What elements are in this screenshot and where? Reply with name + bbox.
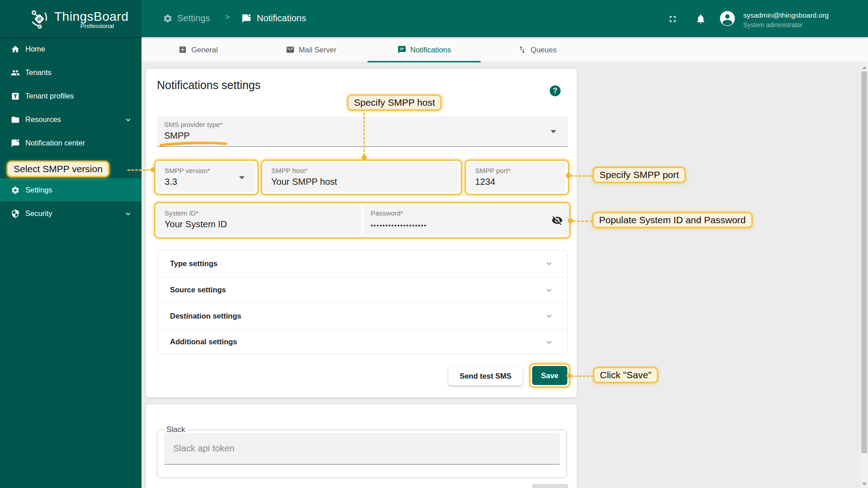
accordion-type-settings[interactable]: Type settings (157, 251, 567, 277)
connector-credentials (573, 221, 592, 222)
slack-api-token-input[interactable] (164, 433, 560, 465)
chevron-down-icon (125, 211, 132, 217)
save-button-disabled (532, 484, 568, 488)
callout-click-save: Click "Save" (593, 367, 658, 383)
chevron-down-icon (545, 312, 553, 320)
brand-subtitle: Professional (0, 23, 114, 29)
password-field[interactable]: Password* ••••••••••••••••••• (363, 205, 569, 235)
connector-dot (566, 373, 571, 378)
smpp-host-highlight: SMPP host* Your SMPP host (261, 160, 462, 195)
connector-dot (568, 218, 573, 223)
callout-specify-smpp-port: Specify SMPP port (593, 167, 686, 183)
settings-tabs: General Mail Server Notifications Queues (142, 37, 868, 62)
callout-select-smpp-version: Select SMPP version (7, 161, 109, 177)
smpp-port-highlight: SMPP port* 1234 (465, 160, 569, 195)
credentials-highlight: System ID* Your System ID Password* ••••… (154, 202, 571, 239)
mail-icon (286, 45, 295, 54)
breadcrumb-settings-icon (163, 14, 173, 23)
sidebar: Home Tenants Tenant profiles Resources N… (0, 37, 142, 488)
sidebar-item-tenant-profiles[interactable]: Tenant profiles (0, 84, 142, 108)
sidebar-item-resources[interactable]: Resources (0, 108, 142, 131)
sidebar-item-home[interactable]: Home (0, 37, 142, 61)
save-button[interactable]: Save (532, 366, 567, 385)
accordion-additional-settings[interactable]: Additional settings (157, 329, 567, 355)
brand-title: ThingsBoard (54, 9, 128, 24)
user-email: sysadmin@thingsboard.org (743, 11, 829, 19)
breadcrumb-settings[interactable]: Settings (177, 13, 210, 23)
smpp-version-field[interactable]: SMPP version* 3.3 (157, 163, 255, 192)
callout-populate-credentials: Populate System ID and Password (592, 212, 753, 228)
chevron-down-icon (545, 260, 553, 267)
page-title: Notifications settings (157, 79, 260, 92)
sidebar-item-security[interactable]: Security (0, 202, 142, 225)
notification-center-icon (11, 139, 20, 148)
chevron-down-icon (545, 286, 553, 294)
scrollbar-thumb[interactable] (861, 71, 867, 453)
connector-host (363, 113, 365, 156)
home-icon (11, 45, 20, 54)
tenants-icon (11, 68, 20, 77)
bell-icon[interactable] (695, 14, 706, 24)
dropdown-caret-icon (239, 176, 245, 179)
annotation-underline-swoosh (159, 141, 229, 148)
settings-icon (11, 186, 20, 195)
chevron-down-icon (545, 338, 553, 346)
smpp-host-field[interactable]: SMPP host* Your SMPP host (264, 163, 459, 192)
tab-general[interactable]: General (142, 37, 255, 62)
connector-port (571, 175, 593, 177)
help-icon[interactable]: ? (550, 85, 561, 96)
accordion-destination-settings[interactable]: Destination settings (157, 303, 567, 329)
top-app-bar: ThingsBoard Professional Settings > Noti… (0, 0, 868, 37)
dropdown-caret-icon (551, 130, 556, 133)
notifications-tab-icon (397, 45, 406, 54)
send-test-sms-button[interactable]: Send test SMS (448, 366, 523, 385)
logo-area: ThingsBoard Professional (0, 0, 142, 37)
smpp-version-highlight: SMPP version* 3.3 (154, 160, 259, 195)
general-tab-icon (178, 45, 187, 54)
breadcrumb-current: Notifications (257, 13, 306, 23)
scrollbar-down-arrow[interactable] (862, 483, 867, 486)
breadcrumb-notifications-icon (241, 14, 251, 23)
connector-save (571, 375, 593, 377)
connector-dot (362, 155, 367, 160)
fullscreen-icon[interactable] (668, 14, 678, 24)
callout-specify-smpp-host: Specify SMPP host (347, 94, 442, 111)
tab-queues[interactable]: Queues (481, 37, 594, 62)
folder-icon (11, 115, 20, 124)
queues-tab-icon (518, 45, 527, 54)
breadcrumb-separator: > (225, 13, 230, 22)
security-shield-icon (11, 209, 20, 218)
smpp-port-field[interactable]: SMPP port* 1234 (468, 163, 566, 192)
scrollbar-up-arrow[interactable] (862, 66, 867, 69)
sidebar-item-notification-center[interactable]: Notification center (0, 131, 142, 155)
accordion-source-settings[interactable]: Source settings (157, 277, 567, 303)
connector-dot (151, 167, 156, 172)
sidebar-item-settings[interactable]: Settings (0, 178, 142, 202)
connector-version (127, 169, 153, 171)
chevron-down-icon (125, 117, 132, 123)
sidebar-item-tenants[interactable]: Tenants (0, 61, 142, 84)
connector-dot (566, 173, 571, 178)
avatar[interactable] (719, 10, 736, 27)
tab-notifications[interactable]: Notifications (368, 37, 481, 62)
user-role: System administrator (743, 21, 802, 28)
scrollbar[interactable] (860, 62, 868, 488)
tenant-profiles-icon (11, 92, 20, 101)
eye-off-icon[interactable] (552, 215, 563, 226)
settings-accordion: Type settings Source settings Destinatio… (157, 250, 568, 354)
system-id-field[interactable]: System ID* Your System ID (157, 205, 362, 235)
tab-mail-server[interactable]: Mail Server (255, 37, 368, 62)
